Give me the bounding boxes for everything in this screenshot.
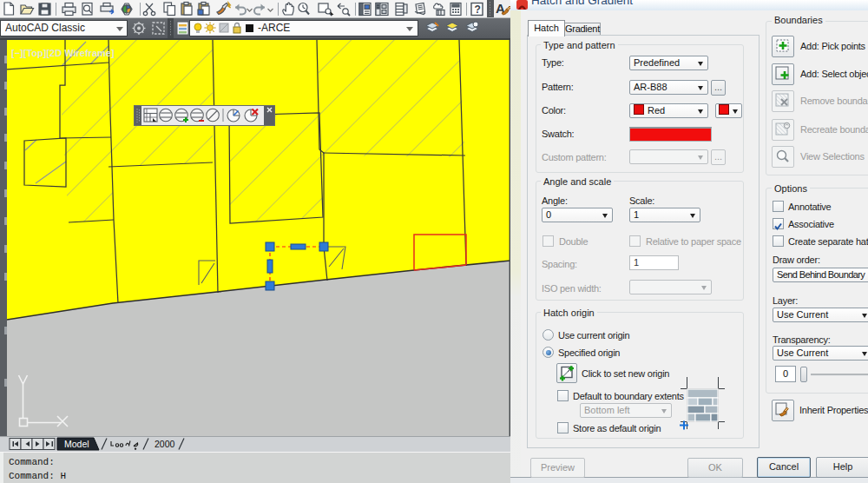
svg-text:2000: 2000: [155, 439, 175, 449]
svg-text:?: ?: [475, 3, 481, 16]
svg-text:Model: Model: [64, 439, 89, 449]
